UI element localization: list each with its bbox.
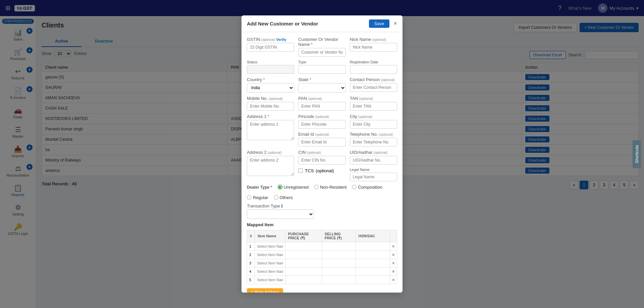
mapped-items-table: # Item Name PURCHASE PRICE (₹) SELLING P…	[247, 230, 397, 284]
transaction-type-select[interactable]	[247, 209, 314, 219]
form-row-3: Country * India State *	[247, 77, 397, 93]
hsn-sac-cell	[356, 267, 390, 275]
item-name-input[interactable]	[257, 269, 283, 273]
purchase-price-cell	[285, 267, 322, 275]
mobile-label: Mobile No. (optional)	[247, 96, 294, 101]
telephone-label: Telephone No. (optional)	[350, 132, 397, 137]
contact-person-input[interactable]	[350, 83, 397, 92]
remove-item-button[interactable]: ×	[392, 244, 395, 249]
item-name-input[interactable]	[257, 253, 283, 257]
purchase-price-input[interactable]	[287, 244, 320, 248]
nick-name-input[interactable]	[350, 43, 397, 52]
remove-item-button[interactable]: ×	[392, 260, 395, 266]
item-name-cell	[255, 259, 285, 267]
tan-input[interactable]	[350, 102, 397, 111]
pan-col: PAN (optional)	[298, 96, 345, 111]
hsn-sac-input[interactable]	[358, 278, 388, 282]
address2-textarea[interactable]	[247, 156, 294, 176]
item-name-cell	[255, 250, 285, 259]
hsn-sac-cell	[356, 259, 390, 267]
modal-close-button[interactable]: ×	[393, 20, 397, 27]
item-name-input[interactable]	[257, 261, 283, 265]
status-label: Status	[247, 60, 294, 64]
selling-price-input[interactable]	[324, 244, 354, 248]
pan-label: PAN (optional)	[298, 96, 345, 101]
remove-cell: ×	[390, 250, 397, 259]
dealer-type-unregistered[interactable]: Unregistered	[278, 185, 309, 190]
address1-col: Address 1 *	[247, 114, 294, 146]
pan-input[interactable]	[298, 102, 345, 111]
legal-name-input[interactable]	[350, 173, 397, 181]
hsn-sac-input[interactable]	[358, 269, 388, 273]
purchase-price-input[interactable]	[287, 261, 320, 265]
mapped-item-row: 3 ×	[247, 259, 397, 267]
purchase-price-input[interactable]	[287, 269, 320, 273]
pincode-col: Pincode (optional) Email Id (optional)	[298, 114, 345, 146]
remove-item-button[interactable]: ×	[392, 269, 395, 274]
address1-textarea[interactable]	[247, 120, 294, 140]
more-address-row: + More Address	[247, 288, 397, 293]
state-label: State *	[298, 77, 345, 82]
purchase-price-input[interactable]	[287, 278, 320, 282]
telephone-input[interactable]	[350, 138, 397, 146]
item-num-cell: 3	[247, 259, 255, 267]
city-input[interactable]	[350, 120, 397, 129]
transaction-type-col: Transaction Type ℹ	[247, 203, 397, 219]
selling-price-input[interactable]	[324, 253, 354, 257]
mobile-col: Mobile No. (optional)	[247, 96, 294, 111]
city-label: City (optional)	[350, 114, 397, 119]
item-name-input[interactable]	[257, 244, 283, 248]
add-customer-vendor-modal: Add New Customer or Vendor Save × GSTIN …	[241, 15, 402, 293]
purchase-price-input[interactable]	[287, 253, 320, 257]
selling-price-input[interactable]	[324, 261, 354, 265]
email-input[interactable]	[298, 138, 345, 146]
modal-header: Add New Customer or Vendor Save ×	[241, 15, 402, 32]
country-select[interactable]: India	[247, 83, 294, 93]
shortcuts-tab[interactable]: Shortcuts	[633, 140, 641, 168]
dealer-type-others[interactable]: Others	[274, 195, 293, 200]
pincode-input[interactable]	[298, 120, 345, 129]
cin-uid-col: CIN (optional) TCS (optional)	[298, 150, 345, 181]
modal-header-actions: Save ×	[369, 19, 397, 28]
state-select[interactable]	[298, 83, 345, 93]
cin-label: CIN (optional)	[298, 150, 345, 155]
uid-input[interactable]	[350, 156, 397, 165]
dealer-type-composition[interactable]: Composition	[352, 185, 382, 190]
hsn-sac-input[interactable]	[358, 253, 388, 257]
selling-price-input[interactable]	[324, 269, 354, 273]
type-label: Type	[298, 60, 345, 64]
dealer-type-regular[interactable]: Regular	[247, 195, 268, 200]
selling-price-cell	[322, 250, 356, 259]
purchase-price-cell	[285, 275, 322, 284]
customer-vendor-name-input[interactable]	[298, 48, 345, 57]
modal-title: Add New Customer or Vendor	[247, 21, 318, 26]
cin-input[interactable]	[298, 156, 345, 165]
verify-link[interactable]: Verify	[276, 38, 286, 42]
mobile-input[interactable]	[247, 102, 294, 111]
dealer-type-non-resident[interactable]: Non-Resident	[314, 185, 347, 190]
modal-header-save-button[interactable]: Save	[369, 19, 390, 28]
hsn-sac-input[interactable]	[358, 261, 388, 265]
legal-name-label: Legal Name	[350, 168, 397, 172]
remove-item-button[interactable]: ×	[392, 277, 395, 283]
hsn-sac-input[interactable]	[358, 244, 388, 248]
mapped-item-section: Mapped Item # Item Name PURCHASE PRICE (…	[247, 222, 397, 284]
selling-price-input[interactable]	[324, 278, 354, 282]
gstin-input[interactable]	[247, 43, 294, 52]
type-input[interactable]	[298, 65, 345, 74]
transaction-type-info-icon[interactable]: ℹ	[281, 203, 283, 208]
item-num-cell: 1	[247, 242, 255, 250]
reg-date-col: Registration Date	[350, 60, 397, 74]
address2-label: Address 2 (optional)	[247, 150, 294, 155]
item-num-cell: 5	[247, 275, 255, 284]
col-purchase-price: PURCHASE PRICE (₹)	[285, 230, 322, 242]
item-name-input[interactable]	[257, 278, 283, 282]
tcs-checkbox[interactable]	[298, 168, 303, 173]
reg-date-input[interactable]	[350, 65, 397, 74]
modal-overlay: Add New Customer or Vendor Save × GSTIN …	[0, 0, 644, 308]
form-row-1: GSTIN (optional) Verify Customer Or Vend…	[247, 37, 397, 57]
remove-item-button[interactable]: ×	[392, 252, 395, 257]
more-address-button[interactable]: + More Address	[247, 288, 283, 293]
col-selling-price: SELLING PRICE (₹)	[322, 230, 356, 242]
gstin-label: GSTIN (optional) Verify	[247, 37, 294, 42]
